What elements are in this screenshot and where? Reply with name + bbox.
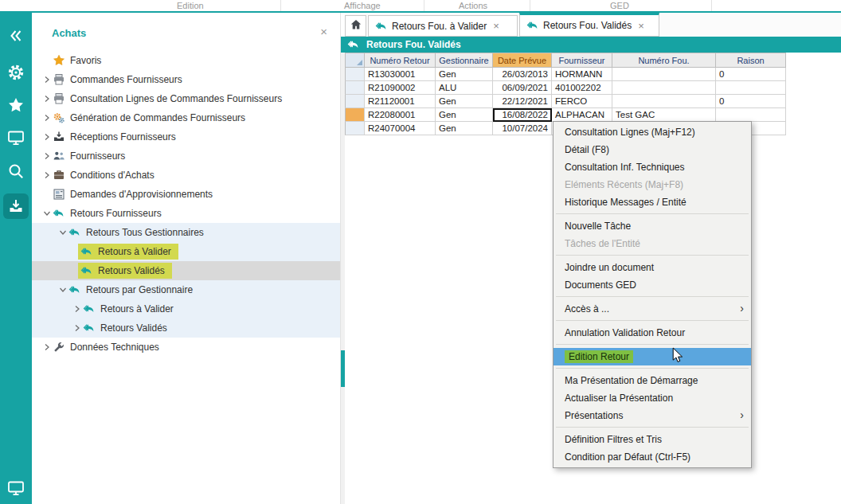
sidebar-item-retours-a-valider-tous[interactable]: Retours à Valider bbox=[32, 242, 340, 261]
row-selector-active[interactable] bbox=[345, 108, 365, 122]
row-selector[interactable] bbox=[345, 81, 365, 95]
cell-gestionnaire[interactable]: Gen bbox=[436, 95, 493, 108]
scrollbar-thumb[interactable] bbox=[341, 350, 345, 387]
menu-item-detail[interactable]: Détail (F8) bbox=[553, 141, 751, 158]
chevron-right-icon[interactable] bbox=[41, 133, 53, 141]
favorites-star-icon[interactable] bbox=[0, 92, 32, 119]
cell-fournisseur[interactable]: HORMANN bbox=[552, 68, 612, 81]
cell-numero-fou[interactable] bbox=[612, 68, 716, 81]
sidebar-item-receptions-fournisseurs[interactable]: Réceptions Fournisseurs bbox=[32, 127, 340, 147]
chevron-right-icon[interactable] bbox=[72, 305, 83, 313]
cell-raison[interactable]: 0 bbox=[716, 95, 786, 108]
table-row[interactable]: R21120001 Gen 22/12/2021 FERCO 0 bbox=[345, 95, 786, 108]
tab-close-icon[interactable]: × bbox=[493, 20, 499, 32]
chevron-down-icon[interactable] bbox=[41, 210, 53, 217]
menu-item-historique-messages[interactable]: Historique Messages / Entité bbox=[553, 193, 751, 211]
chevron-right-icon[interactable] bbox=[41, 171, 53, 179]
row-selector[interactable] bbox=[345, 95, 365, 108]
search-icon[interactable] bbox=[0, 158, 32, 185]
menu-item-definition-filtres-tris[interactable]: Définition Filtres et Tris bbox=[553, 431, 751, 448]
column-header-numero-fou[interactable]: Numéro Fou. bbox=[612, 53, 716, 68]
tab-retours-valides[interactable]: Retours Fou. Validés × bbox=[519, 13, 659, 37]
sidebar-item-generation-commandes[interactable]: Génération de Commandes Fournisseurs bbox=[32, 108, 340, 127]
column-header-raison[interactable]: Raison bbox=[716, 53, 786, 68]
column-header-fournisseur[interactable]: Fournisseur bbox=[552, 53, 612, 68]
tab-home[interactable] bbox=[345, 15, 366, 37]
workstation-monitor-icon[interactable] bbox=[0, 124, 32, 151]
cell-date-prevue[interactable]: 26/03/2013 bbox=[493, 68, 552, 81]
chevron-right-icon[interactable] bbox=[41, 114, 53, 122]
cell-raison[interactable]: 0 bbox=[716, 68, 786, 81]
chevron-right-icon[interactable] bbox=[41, 95, 53, 103]
column-header-numero-retour[interactable]: Numéro Retour bbox=[365, 53, 436, 68]
cell-numero-retour[interactable]: R22080001 bbox=[365, 108, 436, 122]
tab-close-icon[interactable]: × bbox=[638, 20, 644, 32]
settings-gear-icon[interactable] bbox=[0, 59, 32, 86]
cell-fournisseur[interactable]: FERCO bbox=[552, 95, 612, 108]
cell-date-prevue[interactable]: 10/07/2024 bbox=[493, 122, 552, 135]
sidebar-item-retours-tous-gestionnaires[interactable]: Retours Tous Gestionnaires bbox=[32, 223, 340, 242]
cell-raison[interactable] bbox=[716, 81, 786, 95]
table-row-selected[interactable]: R22080001 Gen 16/08/2022 ALPHACAN Test G… bbox=[345, 108, 786, 122]
chevron-right-icon[interactable] bbox=[41, 152, 53, 160]
sidebar-item-retours-fournisseurs[interactable]: Retours Fournisseurs bbox=[32, 204, 340, 223]
cell-date-prevue-focused[interactable]: 16/08/2022 bbox=[493, 108, 552, 122]
cell-fournisseur[interactable]: 401002202 bbox=[552, 81, 612, 95]
chevron-right-icon[interactable] bbox=[41, 343, 53, 351]
sidebar-item-commandes-fournisseurs[interactable]: Commandes Fournisseurs bbox=[32, 70, 340, 89]
menu-item-documents-ged[interactable]: Documents GED bbox=[553, 276, 751, 294]
sidebar-item-retours-par-gestionnaire[interactable]: Retours par Gestionnaire bbox=[32, 280, 340, 299]
menu-item-consultation-inf-techniques[interactable]: Consultation Inf. Techniques bbox=[553, 158, 751, 176]
select-all-header[interactable] bbox=[345, 53, 365, 68]
chevron-down-icon[interactable] bbox=[57, 287, 68, 293]
table-row[interactable]: R21090002 ALU 06/09/2021 401002202 bbox=[345, 81, 786, 95]
cell-date-prevue[interactable]: 06/09/2021 bbox=[493, 81, 552, 95]
menu-item-edition-retour[interactable]: Edition Retour bbox=[553, 348, 751, 365]
cell-numero-fou[interactable]: Test GAC bbox=[612, 108, 716, 122]
table-row[interactable]: R13030001 Gen 26/03/2013 HORMANN 0 bbox=[345, 68, 786, 81]
column-header-date-prevue[interactable]: Date Prévue bbox=[493, 53, 552, 68]
imports-tray-icon[interactable] bbox=[0, 193, 32, 220]
row-selector[interactable] bbox=[345, 122, 365, 135]
sidebar-item-fournisseurs[interactable]: Fournisseurs bbox=[32, 147, 340, 166]
cell-gestionnaire[interactable]: Gen bbox=[436, 108, 493, 122]
cell-numero-retour[interactable]: R21120001 bbox=[365, 95, 436, 108]
cell-raison[interactable] bbox=[716, 108, 786, 122]
cell-gestionnaire[interactable]: Gen bbox=[436, 68, 493, 81]
cell-numero-retour[interactable]: R21090002 bbox=[365, 81, 436, 95]
sidebar-item-consultation-lignes-commandes[interactable]: Consultation Lignes de Commandes Fournis… bbox=[32, 89, 340, 108]
menu-item-acces-a[interactable]: Accès à ...› bbox=[553, 300, 751, 318]
sidebar-item-favoris[interactable]: Favoris bbox=[32, 51, 340, 70]
chevron-down-icon[interactable] bbox=[57, 229, 68, 236]
cell-numero-fou[interactable] bbox=[612, 81, 716, 95]
menu-item-presentations[interactable]: Présentations› bbox=[553, 407, 751, 424]
menu-item-consultation-lignes[interactable]: Consultation Lignes (Maj+F12) bbox=[553, 123, 751, 141]
column-header-gestionnaire[interactable]: Gestionnaire bbox=[436, 53, 493, 68]
sidebar-item-retours-valides-gestionnaire[interactable]: Retours Validés bbox=[32, 318, 340, 338]
cell-numero-fou[interactable] bbox=[612, 95, 716, 108]
menu-item-ma-presentation-demarrage[interactable]: Ma Présentation de Démarrage bbox=[553, 372, 751, 389]
chevron-right-icon[interactable] bbox=[72, 324, 83, 332]
menu-item-actualiser-presentation[interactable]: Actualiser la Présentation bbox=[553, 389, 751, 407]
row-selector[interactable] bbox=[345, 68, 365, 81]
sidebar-item-demandes-approvisionnements[interactable]: Demandes d'Approvisionnements bbox=[32, 185, 340, 204]
cell-gestionnaire[interactable]: Gen bbox=[436, 122, 493, 135]
sidebar-item-retours-a-valider-gestionnaire[interactable]: Retours à Valider bbox=[32, 299, 340, 318]
collapse-sidebar-icon[interactable] bbox=[0, 22, 32, 49]
sidebar-close-icon[interactable]: × bbox=[320, 25, 327, 38]
cell-numero-retour[interactable]: R24070004 bbox=[365, 122, 436, 135]
menu-item-condition-par-defaut[interactable]: Condition par Défaut (Ctrl-F5) bbox=[553, 448, 751, 466]
cell-numero-retour[interactable]: R13030001 bbox=[365, 68, 436, 81]
cell-date-prevue[interactable]: 22/12/2021 bbox=[493, 95, 552, 108]
menu-item-annulation-validation-retour[interactable]: Annulation Validation Retour bbox=[553, 324, 751, 342]
sidebar-item-donnees-techniques[interactable]: Données Techniques bbox=[32, 338, 340, 357]
menu-item-joindre-document[interactable]: Joindre un document bbox=[553, 259, 751, 276]
display-monitor-icon[interactable] bbox=[0, 475, 32, 502]
sidebar-item-retours-valides-tous[interactable]: Retours Validés bbox=[32, 261, 340, 280]
cell-gestionnaire[interactable]: ALU bbox=[436, 81, 493, 95]
cell-fournisseur[interactable]: ALPHACAN bbox=[552, 108, 612, 122]
tab-retours-a-valider[interactable]: Retours Fou. à Valider × bbox=[368, 15, 518, 37]
menu-item-nouvelle-tache[interactable]: Nouvelle Tâche bbox=[553, 217, 751, 235]
sidebar-item-conditions-achats[interactable]: Conditions d'Achats bbox=[32, 166, 340, 185]
chevron-right-icon[interactable] bbox=[41, 76, 53, 84]
